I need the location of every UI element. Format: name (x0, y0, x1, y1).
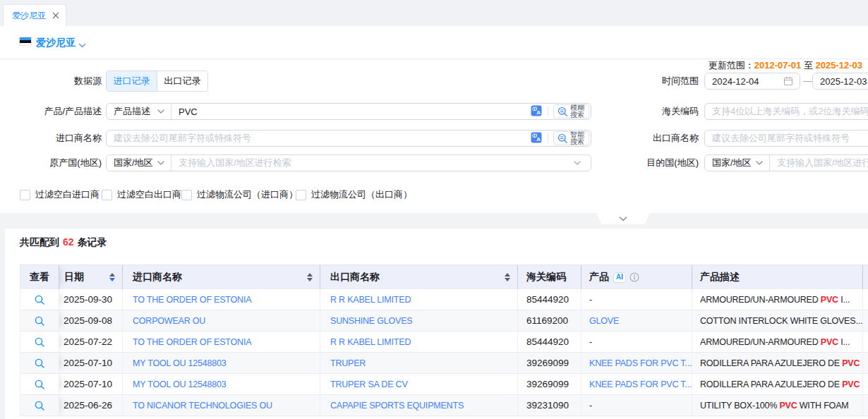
view-record-button[interactable] (20, 353, 59, 373)
cell-exporter[interactable]: CAPAPIE SPORTS EQUIPMENTS (320, 395, 518, 415)
exporter-link[interactable]: TRUPER (330, 358, 366, 368)
date-end-value: 2025-12-03 (813, 76, 867, 87)
exporter-input[interactable]: 建议去除公司尾部字符或特殊符号 (704, 130, 868, 147)
info-icon[interactable] (629, 272, 639, 282)
exporter-link[interactable]: R R KABEL LIMITED (330, 337, 411, 347)
origin-type-chevron-icon (157, 161, 164, 165)
filter-logistics-importer[interactable]: 过滤物流公司（进口商） (181, 188, 298, 201)
exporter-link[interactable]: R R KABEL LIMITED (330, 295, 411, 305)
country-bar: 爱沙尼亚 (0, 26, 868, 59)
view-record-button[interactable] (20, 289, 59, 310)
cell-exporter[interactable]: SUNSHINE GLOVES (320, 310, 518, 331)
checkbox-icon[interactable] (102, 190, 112, 200)
column-header-exporter[interactable]: 出口商名称 (320, 265, 518, 289)
column-header-date[interactable]: 日期 (59, 265, 123, 289)
table-header: 查看 日期 进口商名称 出口商名称 海关编码 产品 AI 产品描述 (20, 265, 868, 289)
product-type-chevron-icon (157, 109, 164, 114)
collapse-panel-button[interactable] (596, 213, 650, 224)
product-search-value[interactable]: PVC (171, 107, 198, 117)
cell-product[interactable]: KNEE PADS FOR PVC T... (581, 353, 692, 373)
country-title[interactable]: 爱沙尼亚 (36, 35, 76, 49)
table-row: 2025-07-22TO THE ORDER OF ESTONIAR R KAB… (20, 332, 868, 353)
product-link[interactable]: GLOVE (589, 316, 619, 326)
destination-placeholder: 支持输入国家/地区进行检索 (770, 157, 868, 169)
toggle-export-records[interactable]: 出口记录 (157, 71, 207, 91)
cell-importer[interactable]: MY TOOL OU 12548803 (123, 353, 320, 373)
view-record-button[interactable] (20, 374, 59, 394)
cell-importer[interactable]: TO THE ORDER OF ESTONIA (123, 289, 320, 310)
cell-product: - (581, 332, 692, 352)
cell-exporter[interactable]: TRUPER (320, 353, 518, 373)
cell-product[interactable]: GLOVE (581, 310, 692, 331)
highlighted-term: PVC (842, 358, 860, 368)
product-type-select[interactable]: 产品描述 (107, 104, 171, 119)
results-panel: 共匹配到62条记录 查看 日期 进口商名称 出口商名称 海关编码 产品 AI (5, 229, 868, 419)
cell-stub (863, 289, 868, 310)
origin-placeholder: 支持输入国家/地区进行检索 (171, 157, 291, 169)
country-chevron-down-icon[interactable] (78, 40, 86, 50)
cell-product: - (581, 395, 692, 415)
exporter-link[interactable]: TRUPER SA DE CV (330, 379, 408, 389)
origin-type-select[interactable]: 国家/地区 (107, 155, 171, 171)
tab-estonia[interactable]: 爱沙尼亚 (3, 4, 66, 26)
cell-exporter[interactable]: R R KABEL LIMITED (320, 332, 518, 352)
toggle-import-records[interactable]: 进口记录 (107, 71, 157, 91)
date-start-input[interactable]: 2024-12-04 (704, 73, 800, 90)
importer-link[interactable]: TO NICANOR TECHNOLOGIES OU (133, 401, 272, 411)
cell-hs-code: 61169200 (518, 310, 581, 331)
filter-blank-importer[interactable]: 过滤空白进口商 (20, 188, 100, 201)
date-sorter[interactable] (109, 273, 115, 281)
view-record-button[interactable] (20, 332, 59, 352)
checkbox-icon[interactable] (296, 190, 306, 200)
cell-importer[interactable]: TO THE ORDER OF ESTONIA (123, 332, 320, 352)
filter-blank-exporter[interactable]: 过滤空白出口商 (102, 188, 181, 201)
date-end-input[interactable]: 2025-12-03 (812, 73, 868, 90)
checkbox-icon[interactable] (181, 190, 192, 200)
checkbox-icon[interactable] (20, 190, 30, 200)
importer-link[interactable]: TO THE ORDER OF ESTONIA (133, 337, 251, 347)
exporter-sorter[interactable] (505, 273, 510, 281)
cell-product[interactable]: KNEE PADS FOR PVC T... (581, 374, 692, 394)
importer-link[interactable]: TO THE ORDER OF ESTONIA (133, 295, 251, 305)
cell-importer[interactable]: TO NICANOR TECHNOLOGIES OU (123, 395, 320, 415)
column-header-importer[interactable]: 进口商名称 (123, 265, 320, 289)
cell-date: 2025-09-30 (59, 289, 123, 310)
column-header-product: 产品 AI (581, 265, 692, 289)
importer-link[interactable]: MY TOOL OU 12548803 (133, 358, 227, 368)
update-range-end: 2025-12-03 (816, 60, 863, 71)
label-origin: 原产国(地区) (0, 154, 102, 171)
estonia-flag-icon (19, 37, 32, 46)
destination-input-group[interactable]: 国家/地区 支持输入国家/地区进行检索 (704, 154, 868, 171)
view-record-button[interactable] (20, 395, 59, 415)
destination-type-select[interactable]: 国家/地区 (705, 155, 770, 171)
update-range: 更新范围：2012-07-01 至 2025-12-03 (494, 61, 862, 71)
product-link[interactable]: KNEE PADS FOR PVC T... (589, 379, 692, 389)
exporter-link[interactable]: SUNSHINE GLOVES (330, 316, 412, 326)
cell-hs-code: 39269099 (518, 374, 581, 394)
cell-exporter[interactable]: TRUPER SA DE CV (320, 374, 518, 394)
importer-link[interactable]: MY TOOL OU 12548803 (133, 379, 227, 389)
cell-importer[interactable]: CORPOWEAR OU (123, 310, 320, 331)
cell-exporter[interactable]: R R KABEL LIMITED (320, 289, 518, 310)
column-header-hs-code: 海关编码 (518, 265, 581, 289)
cell-stub (863, 374, 868, 394)
results-table: 查看 日期 进口商名称 出口商名称 海关编码 产品 AI 产品描述 (20, 265, 868, 416)
description-text: RODILLERA PARA AZULEJERO DE PVC (700, 358, 860, 368)
product-link[interactable]: KNEE PADS FOR PVC T... (589, 358, 692, 368)
cell-date: 2025-09-08 (59, 310, 123, 331)
view-record-button[interactable] (20, 310, 59, 331)
cell-hs-code: 85444920 (518, 289, 581, 310)
filter-logistics-exporter[interactable]: 过滤物流公司（出口商） (296, 188, 412, 201)
tab-close-icon[interactable] (52, 12, 59, 19)
table-body: 2025-09-30TO THE ORDER OF ESTONIAR R KAB… (20, 289, 868, 416)
hs-code-input[interactable]: 支持4位以上海关编码，或2位海关编码加上 (704, 103, 868, 120)
data-source-toggle: 进口记录 出口记录 (106, 71, 208, 92)
cell-date: 2025-07-22 (59, 332, 123, 352)
table-row: 2025-07-10MY TOOL OU 12548803TRUPER SA D… (20, 374, 868, 395)
importer-link[interactable]: CORPOWEAR OU (133, 316, 205, 326)
cell-importer[interactable]: MY TOOL OU 12548803 (123, 374, 320, 394)
exporter-link[interactable]: CAPAPIE SPORTS EQUIPMENTS (330, 401, 464, 411)
table-row: 2025-06-26TO NICANOR TECHNOLOGIES OUCAPA… (20, 395, 868, 416)
importer-sorter[interactable] (307, 273, 313, 281)
destination-type-chevron-icon (756, 161, 763, 165)
